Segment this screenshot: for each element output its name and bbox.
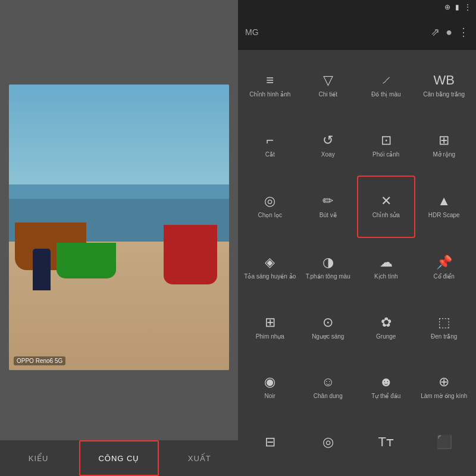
- can-bang-trang-label: Cân bằng trắng: [423, 90, 465, 98]
- tool-mo-rong[interactable]: ⊞Mở rộng: [415, 116, 474, 176]
- image-preview: OPPO Reno6 5G: [9, 84, 229, 370]
- tool-lam-mo-ong-kinh[interactable]: ⊕Làm mờ ống kính: [415, 358, 474, 418]
- main-content: OPPO Reno6 5G KIỂU CÔNG CỤ XUẤT MG ⇗ ● ⋮…: [0, 14, 476, 476]
- right-top-bar: MG ⇗ ● ⋮: [238, 14, 476, 50]
- t-phan-tong-mau-icon: ◑: [322, 256, 334, 269]
- den-trang-icon: ⬚: [438, 316, 450, 329]
- boat-3: [164, 225, 217, 284]
- mo-rong-icon: ⊞: [439, 134, 449, 147]
- chan-dung-label: Chân dung: [314, 392, 343, 400]
- share-icon[interactable]: ⇗: [431, 26, 440, 39]
- tu-the-dau-label: Tự thể đầu: [371, 392, 400, 400]
- left-panel: OPPO Reno6 5G KIỂU CÔNG CỤ XUẤT: [0, 14, 238, 476]
- app-title: MG: [245, 27, 425, 37]
- chinh-hinh-anh-icon: ≡: [266, 74, 274, 87]
- chon-loc-icon: ◎: [264, 195, 275, 208]
- tool-chon-loc[interactable]: ◎Chọn lọc: [241, 176, 299, 238]
- toa-sang-huyen-ao-label: Tỏa sáng huyền ảo: [244, 273, 296, 280]
- tool-phim-nhua[interactable]: ⊞Phim nhựa: [241, 298, 299, 358]
- chinh-hinh-anh-label: Chỉnh hình ảnh: [249, 90, 290, 98]
- right-panel: MG ⇗ ● ⋮ ≡Chỉnh hình ảnh▽Chi tiết⟋Đồ thị…: [238, 14, 476, 476]
- person-silhouette: [33, 249, 51, 290]
- kich-tinh-icon: ☁: [380, 256, 393, 269]
- tool-phoi-canh[interactable]: ⊡Phối cảnh: [357, 116, 415, 176]
- tool-tu-the-dau[interactable]: ☻Tự thể đầu: [357, 358, 415, 418]
- tab-kieu[interactable]: KIỂU: [0, 440, 77, 476]
- t-phan-tong-mau-label: T.phần tông màu: [306, 273, 350, 280]
- tool-chinh-hinh-anh[interactable]: ≡Chỉnh hình ảnh: [241, 56, 299, 116]
- hdr-scape-label: HDR Scape: [428, 211, 460, 219]
- sky-layer: [9, 84, 229, 199]
- tool-tool-25[interactable]: ⊟: [241, 418, 299, 470]
- can-bang-trang-icon: WB: [434, 74, 455, 87]
- wifi-icon: ⊕: [444, 3, 450, 11]
- phoi-canh-label: Phối cảnh: [372, 151, 399, 158]
- do-thi-mau-label: Đồ thị màu: [371, 90, 401, 98]
- tool-den-trang[interactable]: ⬚Đen trắng: [415, 298, 474, 358]
- chi-tiet-icon: ▽: [323, 74, 333, 87]
- den-trang-label: Đen trắng: [431, 333, 457, 340]
- co-dien-icon: 📌: [436, 256, 452, 269]
- tab-cong-cu[interactable]: CÔNG CỤ: [79, 440, 158, 476]
- tool-nguoc-sang[interactable]: ⊙Ngược sáng: [299, 298, 358, 358]
- tool-chinh-sua[interactable]: ✕Chỉnh sửa: [357, 176, 415, 238]
- nguoc-sang-icon: ⊙: [322, 316, 333, 329]
- tool-co-dien[interactable]: 📌Cổ điển: [415, 238, 474, 298]
- lam-mo-ong-kinh-icon: ⊕: [439, 375, 449, 389]
- tool-but-ve[interactable]: ✏Bút vẽ: [299, 176, 358, 238]
- camera-watermark: OPPO Reno6 5G: [14, 356, 65, 365]
- tool-cat[interactable]: ⌐Cắt: [241, 116, 299, 176]
- but-ve-label: Bút vẽ: [320, 211, 337, 219]
- tab-xuat[interactable]: XUẤT: [161, 440, 238, 476]
- noir-label: Noir: [265, 392, 275, 400]
- noir-icon: ◉: [264, 375, 275, 389]
- tool-26-icon: ◎: [322, 436, 334, 449]
- image-preview-area: OPPO Reno6 5G: [0, 14, 238, 440]
- battery-icon: ▮: [455, 3, 459, 11]
- tool-25-icon: ⊟: [265, 436, 275, 449]
- chinh-sua-label: Chỉnh sửa: [372, 211, 400, 219]
- cat-icon: ⌐: [266, 134, 274, 147]
- xoay-icon: ↺: [322, 134, 333, 147]
- boat-2: [57, 243, 116, 278]
- chon-loc-label: Chọn lọc: [258, 211, 282, 219]
- toa-sang-huyen-ao-icon: ◈: [265, 256, 275, 269]
- tool-tool-28[interactable]: ⬛: [415, 418, 474, 470]
- tool-can-bang-trang[interactable]: WBCân bằng trắng: [415, 56, 474, 116]
- top-bar-left: [0, 0, 238, 14]
- tool-27-icon: Tᴛ: [378, 436, 394, 449]
- tool-kich-tinh[interactable]: ☁Kịch tính: [357, 238, 415, 298]
- co-dien-label: Cổ điển: [434, 273, 455, 280]
- tool-hdr-scape[interactable]: ▲HDR Scape: [415, 176, 474, 238]
- tool-do-thi-mau[interactable]: ⟋Đồ thị màu: [357, 56, 415, 116]
- tool-grid: ≡Chỉnh hình ảnh▽Chi tiết⟋Đồ thị màuWBCân…: [238, 50, 476, 476]
- tool-grunge[interactable]: ✿Grunge: [357, 298, 415, 358]
- tool-tool-27[interactable]: Tᴛ: [357, 418, 415, 470]
- hdr-scape-icon: ▲: [437, 195, 450, 208]
- chinh-sua-icon: ✕: [381, 195, 392, 208]
- tool-noir[interactable]: ◉Noir: [241, 358, 299, 418]
- tool-toa-sang-huyen-ao[interactable]: ◈Tỏa sáng huyền ảo: [241, 238, 299, 298]
- tool-tool-26[interactable]: ◎: [299, 418, 358, 470]
- phoi-canh-icon: ⊡: [381, 134, 392, 147]
- more-icon[interactable]: ⋮: [464, 3, 471, 11]
- account-icon[interactable]: ●: [446, 26, 452, 39]
- do-thi-mau-icon: ⟋: [380, 74, 393, 87]
- tool-xoay[interactable]: ↺Xoay: [299, 116, 358, 176]
- tool-t-phan-tong-mau[interactable]: ◑T.phần tông màu: [299, 238, 358, 298]
- cat-label: Cắt: [265, 151, 275, 158]
- xoay-label: Xoay: [321, 151, 335, 158]
- nguoc-sang-label: Ngược sáng: [312, 333, 344, 340]
- tu-the-dau-icon: ☻: [379, 375, 393, 389]
- tool-28-icon: ⬛: [436, 436, 452, 449]
- mo-rong-label: Mở rộng: [433, 151, 455, 158]
- phim-nhua-label: Phim nhựa: [256, 333, 284, 340]
- menu-icon[interactable]: ⋮: [458, 26, 469, 39]
- phim-nhua-icon: ⊞: [265, 316, 275, 329]
- but-ve-icon: ✏: [322, 195, 333, 208]
- bottom-tabs: KIỂU CÔNG CỤ XUẤT: [0, 440, 238, 476]
- tool-chan-dung[interactable]: ☺Chân dung: [299, 358, 358, 418]
- grunge-label: Grunge: [376, 333, 396, 340]
- tool-chi-tiet[interactable]: ▽Chi tiết: [299, 56, 358, 116]
- kich-tinh-label: Kịch tính: [374, 273, 398, 280]
